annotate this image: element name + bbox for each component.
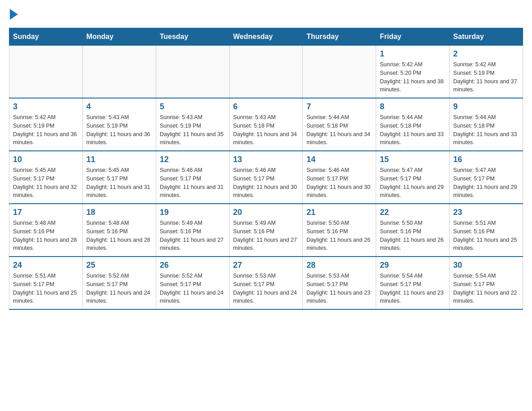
day-info: Sunrise: 5:42 AMSunset: 5:20 PMDaylight:… [380,60,446,94]
day-info: Sunrise: 5:48 AMSunset: 5:16 PMDaylight:… [86,219,152,253]
day-info: Sunrise: 5:42 AMSunset: 5:19 PMDaylight:… [453,60,519,94]
day-cell-1-6: 9Sunrise: 5:44 AMSunset: 5:18 PMDaylight… [450,98,523,151]
day-info: Sunrise: 5:51 AMSunset: 5:17 PMDaylight:… [13,272,79,305]
calendar-body: 1Sunrise: 5:42 AMSunset: 5:20 PMDaylight… [9,46,523,310]
day-number: 27 [233,261,299,270]
header-day-monday: Monday [82,28,156,46]
day-number: 19 [160,208,226,217]
day-number: 16 [453,155,519,164]
header [9,9,523,20]
day-cell-0-5: 1Sunrise: 5:42 AMSunset: 5:20 PMDaylight… [376,46,450,98]
day-number: 5 [160,102,226,111]
day-cell-0-3 [229,46,303,98]
day-number: 20 [233,208,299,217]
day-cell-0-0 [9,46,83,98]
day-cell-0-1 [82,46,156,98]
day-number: 11 [86,155,152,164]
day-info: Sunrise: 5:47 AMSunset: 5:17 PMDaylight:… [453,166,519,200]
day-cell-0-6: 2Sunrise: 5:42 AMSunset: 5:19 PMDaylight… [450,46,523,98]
day-number: 15 [380,155,446,164]
day-cell-2-4: 14Sunrise: 5:46 AMSunset: 5:17 PMDayligh… [303,151,376,204]
day-info: Sunrise: 5:49 AMSunset: 5:16 PMDaylight:… [160,219,226,253]
day-cell-4-2: 26Sunrise: 5:52 AMSunset: 5:17 PMDayligh… [156,257,229,309]
day-cell-3-3: 20Sunrise: 5:49 AMSunset: 5:16 PMDayligh… [229,204,303,257]
day-info: Sunrise: 5:50 AMSunset: 5:16 PMDaylight:… [306,219,372,253]
day-number: 1 [380,49,446,59]
day-cell-2-2: 12Sunrise: 5:46 AMSunset: 5:17 PMDayligh… [156,151,229,204]
day-cell-3-6: 23Sunrise: 5:51 AMSunset: 5:16 PMDayligh… [450,204,523,257]
day-info: Sunrise: 5:50 AMSunset: 5:16 PMDaylight:… [380,219,446,253]
day-number: 14 [306,155,372,164]
day-cell-3-0: 17Sunrise: 5:48 AMSunset: 5:16 PMDayligh… [9,204,83,257]
day-cell-3-2: 19Sunrise: 5:49 AMSunset: 5:16 PMDayligh… [156,204,229,257]
day-cell-2-5: 15Sunrise: 5:47 AMSunset: 5:17 PMDayligh… [376,151,450,204]
day-number: 22 [380,208,446,217]
day-cell-1-2: 5Sunrise: 5:43 AMSunset: 5:19 PMDaylight… [156,98,229,151]
day-cell-1-3: 6Sunrise: 5:43 AMSunset: 5:18 PMDaylight… [229,98,303,151]
logo-arrow-icon [10,9,18,20]
day-info: Sunrise: 5:47 AMSunset: 5:17 PMDaylight:… [380,166,446,200]
day-cell-0-4 [303,46,376,98]
day-number: 8 [380,102,446,111]
logo [9,9,18,20]
calendar-table: SundayMondayTuesdayWednesdayThursdayFrid… [9,28,523,310]
day-info: Sunrise: 5:42 AMSunset: 5:19 PMDaylight:… [13,113,79,147]
day-number: 29 [380,261,446,270]
logo-line1 [9,9,18,20]
day-cell-2-3: 13Sunrise: 5:46 AMSunset: 5:17 PMDayligh… [229,151,303,204]
day-cell-3-4: 21Sunrise: 5:50 AMSunset: 5:16 PMDayligh… [303,204,376,257]
week-row-3: 17Sunrise: 5:48 AMSunset: 5:16 PMDayligh… [9,204,523,257]
day-info: Sunrise: 5:52 AMSunset: 5:17 PMDaylight:… [86,272,152,305]
header-day-tuesday: Tuesday [156,28,229,46]
day-cell-1-1: 4Sunrise: 5:43 AMSunset: 5:19 PMDaylight… [82,98,156,151]
day-info: Sunrise: 5:52 AMSunset: 5:17 PMDaylight:… [160,272,226,305]
day-info: Sunrise: 5:48 AMSunset: 5:16 PMDaylight:… [13,219,79,253]
header-day-friday: Friday [376,28,450,46]
day-number: 6 [233,102,299,111]
calendar-header: SundayMondayTuesdayWednesdayThursdayFrid… [9,28,523,46]
day-number: 13 [233,155,299,164]
header-row: SundayMondayTuesdayWednesdayThursdayFrid… [9,28,523,46]
day-number: 26 [160,261,226,270]
day-number: 28 [306,261,372,270]
day-info: Sunrise: 5:45 AMSunset: 5:17 PMDaylight:… [13,166,79,200]
day-cell-1-0: 3Sunrise: 5:42 AMSunset: 5:19 PMDaylight… [9,98,83,151]
day-number: 9 [453,102,519,111]
day-info: Sunrise: 5:44 AMSunset: 5:18 PMDaylight:… [380,113,446,147]
week-row-0: 1Sunrise: 5:42 AMSunset: 5:20 PMDaylight… [9,46,523,98]
day-cell-4-3: 27Sunrise: 5:53 AMSunset: 5:17 PMDayligh… [229,257,303,309]
day-number: 2 [453,49,519,59]
day-info: Sunrise: 5:46 AMSunset: 5:17 PMDaylight:… [160,166,226,200]
day-info: Sunrise: 5:43 AMSunset: 5:18 PMDaylight:… [233,113,299,147]
day-info: Sunrise: 5:53 AMSunset: 5:17 PMDaylight:… [233,272,299,305]
day-cell-2-6: 16Sunrise: 5:47 AMSunset: 5:17 PMDayligh… [450,151,523,204]
day-info: Sunrise: 5:53 AMSunset: 5:17 PMDaylight:… [306,272,372,305]
day-info: Sunrise: 5:45 AMSunset: 5:17 PMDaylight:… [86,166,152,200]
day-info: Sunrise: 5:43 AMSunset: 5:19 PMDaylight:… [160,113,226,147]
day-info: Sunrise: 5:44 AMSunset: 5:18 PMDaylight:… [306,113,372,147]
day-cell-4-0: 24Sunrise: 5:51 AMSunset: 5:17 PMDayligh… [9,257,83,309]
day-number: 10 [13,155,79,164]
day-number: 25 [86,261,152,270]
day-cell-0-2 [156,46,229,98]
day-number: 4 [86,102,152,111]
day-cell-3-1: 18Sunrise: 5:48 AMSunset: 5:16 PMDayligh… [82,204,156,257]
day-cell-4-6: 30Sunrise: 5:54 AMSunset: 5:17 PMDayligh… [450,257,523,309]
day-info: Sunrise: 5:46 AMSunset: 5:17 PMDaylight:… [306,166,372,200]
day-cell-4-5: 29Sunrise: 5:54 AMSunset: 5:17 PMDayligh… [376,257,450,309]
day-cell-1-4: 7Sunrise: 5:44 AMSunset: 5:18 PMDaylight… [303,98,376,151]
day-number: 17 [13,208,79,217]
day-number: 12 [160,155,226,164]
day-number: 3 [13,102,79,111]
week-row-4: 24Sunrise: 5:51 AMSunset: 5:17 PMDayligh… [9,257,523,309]
day-cell-4-4: 28Sunrise: 5:53 AMSunset: 5:17 PMDayligh… [303,257,376,309]
day-info: Sunrise: 5:51 AMSunset: 5:16 PMDaylight:… [453,219,519,253]
day-cell-4-1: 25Sunrise: 5:52 AMSunset: 5:17 PMDayligh… [82,257,156,309]
day-info: Sunrise: 5:43 AMSunset: 5:19 PMDaylight:… [86,113,152,147]
day-number: 21 [306,208,372,217]
day-info: Sunrise: 5:54 AMSunset: 5:17 PMDaylight:… [380,272,446,305]
day-cell-3-5: 22Sunrise: 5:50 AMSunset: 5:16 PMDayligh… [376,204,450,257]
day-cell-2-0: 10Sunrise: 5:45 AMSunset: 5:17 PMDayligh… [9,151,83,204]
week-row-2: 10Sunrise: 5:45 AMSunset: 5:17 PMDayligh… [9,151,523,204]
day-number: 30 [453,261,519,270]
